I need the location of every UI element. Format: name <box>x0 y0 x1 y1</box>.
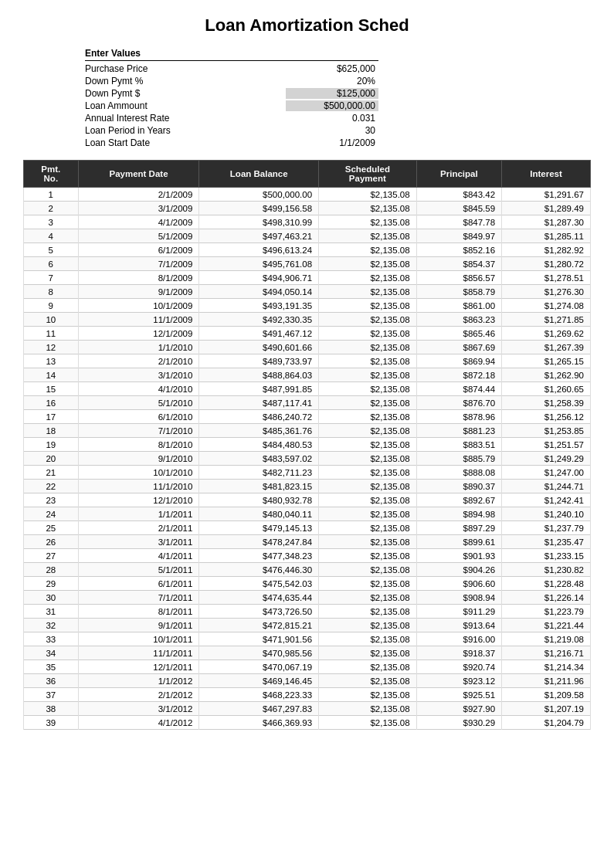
input-value: $500,000.00 <box>286 100 378 111</box>
table-cell: $494,050.14 <box>199 285 319 299</box>
table-row: 252/1/2011$479,145.13$2,135.08$897.29$1,… <box>24 521 591 535</box>
input-row: Loan Ammount$500,000.00 <box>85 100 378 112</box>
table-cell: $904.26 <box>416 563 501 577</box>
table-row: 67/1/2009$495,761.08$2,135.08$854.37$1,2… <box>24 257 591 271</box>
table-cell: 6/1/2009 <box>78 243 199 257</box>
table-cell: 8/1/2009 <box>78 271 199 285</box>
table-cell: 1 <box>24 188 79 202</box>
table-cell: 14 <box>24 368 79 382</box>
table-cell: $2,135.08 <box>319 438 417 452</box>
table-cell: 3/1/2012 <box>78 702 199 716</box>
table-cell: $1,274.08 <box>502 299 591 313</box>
table-cell: $1,289.49 <box>502 202 591 215</box>
table-cell: $2,135.08 <box>319 396 417 410</box>
table-cell: $480,932.78 <box>199 493 319 507</box>
table-cell: $2,135.08 <box>319 521 417 535</box>
table-cell: 9 <box>24 299 79 313</box>
table-row: 285/1/2011$476,446.30$2,135.08$904.26$1,… <box>24 563 591 577</box>
table-row: 394/1/2012$466,369.93$2,135.08$930.29$1,… <box>24 716 591 730</box>
table-cell: $874.44 <box>416 382 501 396</box>
table-cell: $2,135.08 <box>319 341 417 354</box>
table-cell: $2,135.08 <box>319 535 417 549</box>
table-cell: $1,291.67 <box>502 188 591 202</box>
table-cell: $2,135.08 <box>319 493 417 507</box>
table-cell: $925.51 <box>416 688 501 702</box>
table-cell: $911.29 <box>416 605 501 619</box>
table-cell: 6/1/2011 <box>78 577 199 591</box>
table-cell: $2,135.08 <box>319 702 417 716</box>
table-cell: $478,247.84 <box>199 535 319 549</box>
amortization-table: Pmt.No. Payment Date Loan Balance Schedu… <box>23 160 591 730</box>
table-cell: 1/1/2012 <box>78 674 199 688</box>
table-cell: $1,211.96 <box>502 674 591 688</box>
table-cell: $1,258.39 <box>502 396 591 410</box>
table-cell: $876.70 <box>416 396 501 410</box>
table-cell: $2,135.08 <box>319 549 417 563</box>
input-row: Purchase Price$625,000 <box>85 63 378 75</box>
table-cell: $488,864.03 <box>199 368 319 382</box>
table-cell: 2/1/2011 <box>78 521 199 535</box>
table-cell: $1,221.44 <box>502 619 591 632</box>
table-cell: $477,348.23 <box>199 549 319 563</box>
table-cell: $1,240.10 <box>502 507 591 521</box>
table-cell: 7/1/2011 <box>78 591 199 605</box>
input-row: Annual Interest Rate0.031 <box>85 112 378 124</box>
table-cell: $474,635.44 <box>199 591 319 605</box>
table-cell: 29 <box>24 577 79 591</box>
table-cell: $916.00 <box>416 632 501 646</box>
table-cell: $1,276.30 <box>502 285 591 299</box>
table-cell: 8 <box>24 285 79 299</box>
table-cell: 6 <box>24 257 79 271</box>
input-label: Loan Ammount <box>85 100 286 111</box>
table-cell: $908.94 <box>416 591 501 605</box>
table-cell: $894.98 <box>416 507 501 521</box>
table-cell: $897.29 <box>416 521 501 535</box>
table-cell: 36 <box>24 674 79 688</box>
table-row: 241/1/2011$480,040.11$2,135.08$894.98$1,… <box>24 507 591 521</box>
table-cell: $497,463.21 <box>199 229 319 243</box>
table-row: 329/1/2011$472,815.21$2,135.08$913.64$1,… <box>24 619 591 632</box>
table-cell: $906.60 <box>416 577 501 591</box>
table-cell: $2,135.08 <box>319 327 417 341</box>
table-cell: $487,117.41 <box>199 396 319 410</box>
table-header-row: Pmt.No. Payment Date Loan Balance Schedu… <box>24 161 591 188</box>
table-row: 3512/1/2011$470,067.19$2,135.08$920.74$1… <box>24 660 591 674</box>
table-cell: 7 <box>24 271 79 285</box>
col-loan-balance: Loan Balance <box>199 161 319 188</box>
table-cell: $487,991.85 <box>199 382 319 396</box>
table-cell: $1,260.65 <box>502 382 591 396</box>
table-cell: $845.59 <box>416 202 501 215</box>
table-cell: $1,249.29 <box>502 452 591 466</box>
table-row: 176/1/2010$486,240.72$2,135.08$878.96$1,… <box>24 410 591 424</box>
table-cell: $2,135.08 <box>319 257 417 271</box>
table-cell: $2,135.08 <box>319 410 417 424</box>
input-label: Annual Interest Rate <box>85 113 286 124</box>
input-value: $125,000 <box>286 88 378 99</box>
table-cell: $881.23 <box>416 424 501 438</box>
table-cell: $2,135.08 <box>319 354 417 368</box>
table-cell: $1,207.19 <box>502 702 591 716</box>
table-cell: $927.90 <box>416 702 501 716</box>
table-row: 187/1/2010$485,361.76$2,135.08$881.23$1,… <box>24 424 591 438</box>
input-value: 1/1/2009 <box>286 137 378 148</box>
table-cell: 3/1/2011 <box>78 535 199 549</box>
table-cell: 30 <box>24 591 79 605</box>
input-value: $625,000 <box>286 63 378 74</box>
table-cell: $2,135.08 <box>319 243 417 257</box>
table-cell: $1,237.79 <box>502 521 591 535</box>
table-cell: $888.08 <box>416 466 501 480</box>
col-payment-date: Payment Date <box>78 161 199 188</box>
table-cell: $1,247.00 <box>502 466 591 480</box>
table-cell: 34 <box>24 646 79 660</box>
table-cell: 11/1/2011 <box>78 646 199 660</box>
table-cell: $1,253.85 <box>502 424 591 438</box>
table-cell: $2,135.08 <box>319 674 417 688</box>
table-cell: $2,135.08 <box>319 424 417 438</box>
col-scheduled-payment: ScheduledPayment <box>319 161 417 188</box>
table-cell: $1,242.41 <box>502 493 591 507</box>
table-cell: $2,135.08 <box>319 382 417 396</box>
table-cell: $2,135.08 <box>319 688 417 702</box>
table-cell: 10/1/2010 <box>78 466 199 480</box>
table-cell: 21 <box>24 466 79 480</box>
table-cell: 12/1/2009 <box>78 327 199 341</box>
